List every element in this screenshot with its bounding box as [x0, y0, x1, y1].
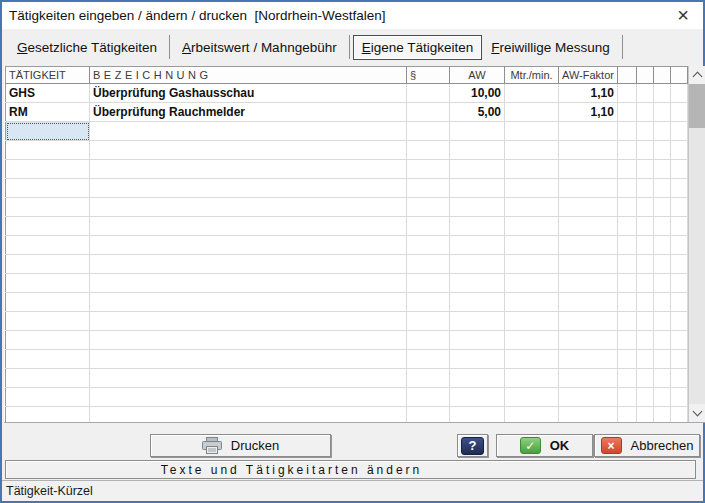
grid-cell[interactable] — [450, 331, 505, 350]
grid-cell[interactable] — [505, 312, 559, 331]
grid-cell[interactable] — [407, 141, 450, 160]
grid-cell[interactable] — [450, 122, 505, 141]
grid-cell[interactable] — [617, 236, 636, 255]
grid-cell[interactable] — [617, 350, 636, 369]
grid-cell[interactable] — [407, 160, 450, 179]
grid-cell[interactable] — [670, 103, 687, 122]
grid-cell[interactable] — [670, 179, 687, 198]
grid-cell[interactable] — [6, 274, 90, 293]
grid-cell[interactable] — [617, 179, 636, 198]
grid-cell[interactable] — [407, 103, 450, 122]
grid-cell[interactable] — [670, 217, 687, 236]
grid-cell[interactable] — [450, 255, 505, 274]
grid-cell[interactable] — [505, 331, 559, 350]
grid-cell[interactable] — [450, 388, 505, 407]
grid-cell[interactable]: Überprüfung Gashausschau — [90, 84, 407, 103]
grid-cell[interactable] — [653, 160, 670, 179]
grid-cell[interactable] — [636, 331, 653, 350]
grid-cell[interactable] — [653, 312, 670, 331]
grid-cell[interactable] — [670, 236, 687, 255]
grid-cell[interactable] — [559, 255, 618, 274]
vertical-scrollbar[interactable] — [688, 66, 705, 422]
grid-cell[interactable] — [617, 293, 636, 312]
grid-cell[interactable] — [636, 141, 653, 160]
grid-cell[interactable] — [90, 217, 407, 236]
grid-cell[interactable] — [90, 407, 407, 424]
grid-cell[interactable] — [653, 255, 670, 274]
grid-cell[interactable] — [636, 407, 653, 424]
grid-cell[interactable] — [653, 293, 670, 312]
grid-cell[interactable] — [653, 103, 670, 122]
grid-cell[interactable] — [559, 236, 618, 255]
grid-cell[interactable] — [407, 293, 450, 312]
grid-cell[interactable] — [617, 122, 636, 141]
grid-cell[interactable] — [559, 122, 618, 141]
grid-cell[interactable] — [653, 198, 670, 217]
grid-cell[interactable] — [653, 350, 670, 369]
grid-cell[interactable] — [636, 350, 653, 369]
grid-cell[interactable] — [407, 217, 450, 236]
grid-cell[interactable] — [407, 274, 450, 293]
grid-cell[interactable] — [90, 179, 407, 198]
grid-cell[interactable] — [6, 160, 90, 179]
grid-cell[interactable] — [505, 350, 559, 369]
tab-eigene-taetigkeiten[interactable]: Eigene Tätigkeiten — [353, 35, 483, 60]
grid-cell[interactable] — [559, 350, 618, 369]
grid-cell[interactable] — [636, 388, 653, 407]
grid-cell[interactable] — [505, 122, 559, 141]
grid-cell[interactable] — [6, 331, 90, 350]
grid-cell[interactable] — [559, 198, 618, 217]
grid-cell[interactable] — [636, 103, 653, 122]
grid-cell[interactable] — [559, 217, 618, 236]
grid-cell[interactable] — [617, 388, 636, 407]
grid-cell[interactable] — [670, 407, 687, 424]
grid-cell[interactable] — [653, 84, 670, 103]
grid-cell[interactable]: 1,10 — [559, 84, 618, 103]
abbrechen-button[interactable]: × Abbrechen — [594, 434, 700, 457]
grid-cell[interactable] — [450, 312, 505, 331]
grid-cell[interactable] — [653, 236, 670, 255]
grid-cell[interactable] — [653, 388, 670, 407]
grid-cell[interactable] — [617, 274, 636, 293]
grid-cell[interactable] — [6, 369, 90, 388]
grid-cell[interactable] — [6, 141, 90, 160]
grid-cell[interactable] — [505, 141, 559, 160]
grid-cell[interactable] — [670, 312, 687, 331]
grid-cell[interactable] — [505, 274, 559, 293]
grid-cell[interactable] — [617, 331, 636, 350]
grid-cell[interactable] — [505, 217, 559, 236]
grid-cell[interactable] — [6, 198, 90, 217]
grid-cell[interactable] — [617, 103, 636, 122]
grid-cell[interactable] — [636, 198, 653, 217]
grid-cell[interactable] — [90, 350, 407, 369]
grid-cell[interactable] — [450, 274, 505, 293]
grid-cell[interactable] — [653, 122, 670, 141]
grid-cell[interactable] — [670, 198, 687, 217]
grid-cell[interactable] — [505, 407, 559, 424]
grid-cell[interactable] — [636, 236, 653, 255]
grid-cell[interactable] — [617, 407, 636, 424]
grid-cell[interactable] — [617, 312, 636, 331]
grid-cell[interactable] — [617, 198, 636, 217]
grid-cell[interactable] — [6, 350, 90, 369]
grid-cell[interactable] — [559, 407, 618, 424]
grid-cell[interactable] — [559, 274, 618, 293]
grid-cell[interactable] — [617, 160, 636, 179]
close-icon[interactable]: × — [667, 2, 699, 29]
grid-cell[interactable] — [636, 122, 653, 141]
grid-cell[interactable] — [450, 407, 505, 424]
grid-cell[interactable] — [636, 160, 653, 179]
grid-cell[interactable] — [653, 179, 670, 198]
grid-cell[interactable] — [450, 217, 505, 236]
help-button[interactable]: ? — [457, 434, 488, 457]
grid-cell[interactable]: 1,10 — [559, 103, 618, 122]
grid-cell[interactable] — [559, 388, 618, 407]
tab-gesetzliche-taetigkeiten[interactable]: Gesetzliche Tätigkeiten — [8, 35, 166, 60]
grid-cell[interactable] — [636, 179, 653, 198]
grid-cell[interactable] — [450, 350, 505, 369]
scrollbar-thumb[interactable] — [689, 84, 705, 128]
grid-cell[interactable] — [559, 293, 618, 312]
grid-cell[interactable] — [653, 274, 670, 293]
grid-cell[interactable]: GHS — [6, 84, 90, 103]
grid-cell[interactable] — [617, 369, 636, 388]
